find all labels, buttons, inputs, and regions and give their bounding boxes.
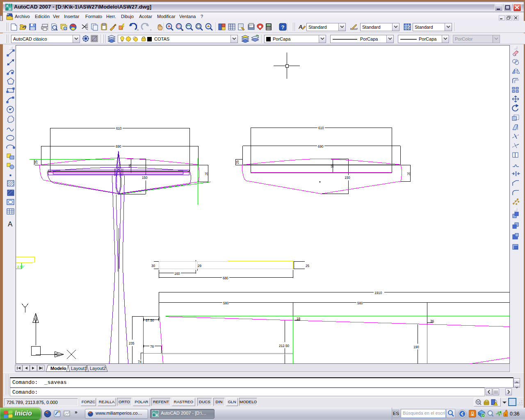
svg-text:25: 25 [34, 160, 38, 164]
svg-text:70: 70 [407, 172, 411, 176]
svg-text:680: 680 [223, 276, 228, 280]
svg-text:610: 610 [318, 126, 324, 130]
svg-text:690: 690 [318, 145, 324, 148]
svg-text:67.50: 67.50 [146, 319, 154, 322]
svg-text:212.50: 212.50 [279, 344, 289, 348]
svg-text:150: 150 [345, 176, 350, 180]
svg-text:580: 580 [357, 301, 363, 305]
svg-text:25: 25 [236, 160, 240, 164]
svg-text:Layout1: Layout1 [71, 366, 87, 371]
svg-text:690: 690 [116, 145, 121, 148]
svg-text:1910: 1910 [374, 291, 382, 295]
svg-text:29: 29 [198, 264, 202, 268]
svg-text:580: 580 [223, 301, 229, 305]
svg-text:70: 70 [205, 172, 209, 176]
svg-text:25: 25 [306, 264, 310, 268]
svg-text:55: 55 [331, 164, 334, 168]
svg-text:610: 610 [116, 127, 122, 130]
svg-text:»: » [75, 409, 78, 415]
svg-text:?: ? [281, 24, 285, 30]
svg-text:18: 18 [297, 317, 301, 321]
svg-text:30: 30 [151, 264, 155, 268]
svg-text:A: A [8, 220, 13, 228]
svg-text:78: 78 [150, 345, 154, 349]
svg-text:74: 74 [138, 360, 142, 364]
svg-text:55: 55 [128, 164, 132, 168]
svg-text:A: A [298, 24, 302, 30]
svg-text:2.50°: 2.50° [17, 265, 25, 269]
svg-text:235: 235 [129, 342, 135, 345]
svg-text:190: 190 [413, 345, 419, 349]
svg-text:!: ! [494, 402, 495, 405]
svg-text:36: 36 [430, 320, 434, 323]
svg-text:Layout2: Layout2 [90, 366, 106, 371]
svg-text:160: 160 [174, 272, 180, 276]
svg-text:Modelo: Modelo [50, 366, 66, 371]
svg-text:150: 150 [142, 176, 148, 180]
